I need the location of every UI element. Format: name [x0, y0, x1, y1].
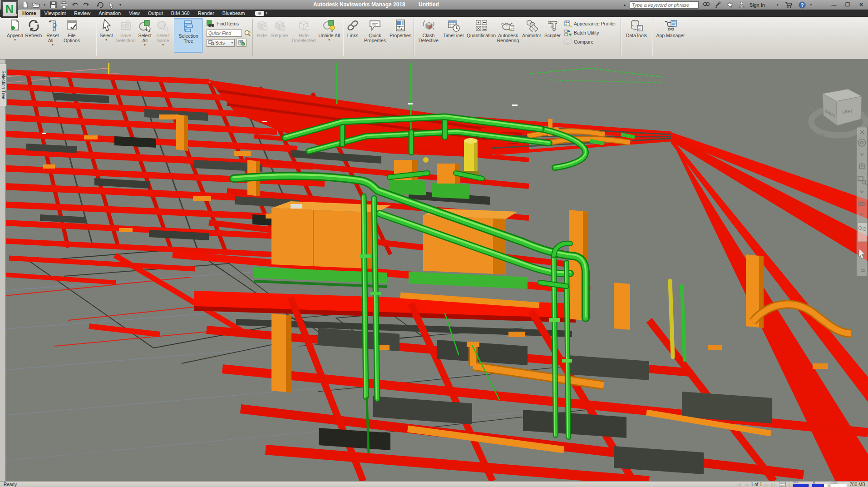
scripter-button[interactable]: Scripter	[542, 18, 562, 53]
qat-customize-caret[interactable]: ▾	[118, 1, 123, 9]
sets-icon	[208, 40, 214, 45]
restore-button[interactable]: ❐	[843, 2, 853, 8]
refresh-button[interactable]: Refresh	[25, 18, 43, 53]
yellow-tank	[462, 138, 479, 174]
compare-button[interactable]: Compare	[564, 38, 593, 46]
timeliner-button[interactable]: TimeLiner	[442, 18, 465, 53]
open-file-button[interactable]	[32, 1, 40, 9]
links-button[interactable]: Links	[345, 18, 360, 53]
app-menu-caret-icon: ▾	[15, 13, 17, 17]
model-canvas[interactable]: S W N BACK LEFT	[0, 60, 868, 481]
next-sheet-button[interactable]: ▷	[765, 482, 769, 487]
tab-animation[interactable]: Animation	[94, 10, 125, 17]
last-sheet-button[interactable]: |▷	[771, 482, 776, 487]
quick-find-search-icon[interactable]	[244, 30, 252, 37]
require-button[interactable]: Require	[270, 18, 289, 53]
first-sheet-button[interactable]: ◁|	[737, 482, 742, 487]
save-button[interactable]	[49, 1, 57, 9]
animator-button[interactable]: Animator	[521, 18, 542, 53]
tab-bim360[interactable]: BIM 360	[167, 10, 194, 17]
app-store-cart-icon[interactable]	[784, 1, 793, 9]
navigation-bar[interactable]	[857, 127, 867, 276]
hide-unselected-button[interactable]: Hide Unselected	[291, 18, 317, 53]
selection-tree-button[interactable]: Selection Tree	[174, 18, 203, 53]
communication-center-icon[interactable]	[714, 1, 722, 9]
tab-review[interactable]: Review	[70, 10, 94, 17]
group-separator	[252, 19, 253, 56]
properties-button[interactable]: Properties	[389, 18, 412, 53]
app-manager-button[interactable]: App Manager	[655, 18, 686, 53]
application-menu-button[interactable]: N ▾	[1, 0, 18, 18]
tab-render[interactable]: Render	[194, 10, 218, 17]
disk-progress	[812, 482, 828, 487]
group-separator	[96, 19, 97, 56]
clash-detective-button[interactable]: Clash Detective	[416, 18, 441, 53]
web-progress	[831, 482, 847, 487]
help-icon[interactable]: ?	[798, 1, 806, 9]
select-all-button[interactable]: Select All▾	[137, 18, 153, 53]
quick-find-input[interactable]	[207, 30, 242, 37]
search-icon[interactable]	[702, 1, 710, 9]
tab-output[interactable]: Output	[144, 10, 167, 17]
tab-home[interactable]: Home	[18, 10, 40, 17]
select-same-button[interactable]: Select Same▾	[153, 18, 173, 53]
batch-utility-icon	[564, 30, 572, 36]
quick-access-toolbar: ▾ ▾	[21, 1, 123, 9]
ribbon-display-toggle[interactable]: ▾	[255, 10, 267, 17]
select-quick-button[interactable]	[107, 1, 115, 9]
unhide-all-button[interactable]: Unhide All▾	[318, 18, 340, 53]
help-caret[interactable]: ▾	[810, 3, 812, 7]
quantification-button[interactable]: Quantification	[466, 18, 497, 53]
batch-utility-button[interactable]: Batch Utility	[564, 29, 599, 37]
appearance-profiler-button[interactable]: Appearance Profiler	[564, 20, 616, 28]
navisworks-logo-icon: N	[3, 2, 16, 16]
quick-properties-button[interactable]: Quick Properties	[361, 18, 389, 53]
redo-button[interactable]	[82, 1, 90, 9]
appearance-profiler-icon	[564, 20, 572, 27]
manage-sets-button[interactable]	[237, 39, 247, 47]
reset-all-button[interactable]: Reset All...▾	[43, 18, 62, 53]
look-around-active-box[interactable]	[858, 223, 867, 242]
print-button[interactable]	[60, 1, 68, 9]
user-icon[interactable]	[738, 1, 746, 9]
pencil-progress	[793, 482, 809, 487]
select-button[interactable]: Select▾	[98, 18, 114, 53]
sign-in-button[interactable]: Sign In	[750, 2, 765, 8]
tab-view[interactable]: View	[125, 10, 144, 17]
tab-bluebeam[interactable]: Bluebeam	[218, 10, 249, 17]
sheet-counter: 1 of 1	[751, 482, 762, 487]
sheet-browser-icon[interactable]	[779, 482, 786, 487]
refresh-quick-button[interactable]	[96, 1, 104, 9]
undo-button[interactable]	[71, 1, 79, 9]
infocenter-collapse-arrow[interactable]: ▸	[624, 3, 626, 7]
datatools-button[interactable]: DataTools	[624, 18, 649, 53]
close-button[interactable]: ✕	[856, 2, 866, 8]
look-around-eye-icon[interactable]	[859, 227, 862, 230]
tab-viewpoint[interactable]: Viewpoint	[40, 10, 70, 17]
new-file-button[interactable]	[21, 1, 29, 9]
hide-button[interactable]: Hide	[254, 18, 270, 53]
open-dropdown-caret[interactable]: ▾	[43, 1, 46, 9]
viewport-3d-scene[interactable]: S W N BACK LEFT	[0, 60, 868, 481]
sets-caret: ▾	[231, 41, 233, 45]
group-separator	[621, 19, 621, 56]
file-options-button[interactable]: File Options	[61, 18, 83, 53]
status-text: Ready	[4, 482, 17, 487]
compare-icon	[564, 39, 572, 45]
find-items-button[interactable]: Find Items	[207, 20, 239, 28]
search-input[interactable]	[630, 1, 699, 9]
product-title: Autodesk Navisworks Manage 2018	[313, 1, 405, 8]
ribbon-display-caret[interactable]: ▾	[266, 11, 267, 15]
favorites-star-icon[interactable]	[726, 1, 734, 9]
minimize-button[interactable]: —	[829, 2, 839, 8]
previous-sheet-button[interactable]: ◁	[745, 482, 748, 487]
status-bar: Ready ◁| ◁ 1 of 1 ▷ |▷ | 780 MB	[0, 481, 868, 487]
append-button[interactable]: Append▾	[6, 18, 24, 53]
sign-in-caret[interactable]: ▾	[777, 3, 779, 7]
autodesk-rendering-button[interactable]: Autodesk Rendering	[495, 18, 521, 53]
save-selection-button[interactable]: Save Selection	[115, 18, 137, 53]
sets-dropdown[interactable]: Sets ▾	[207, 39, 235, 47]
selection-tree-panel-tab[interactable]: Selection Tree	[0, 64, 7, 106]
svg-text:?: ?	[801, 2, 804, 8]
group-separator	[414, 19, 414, 56]
